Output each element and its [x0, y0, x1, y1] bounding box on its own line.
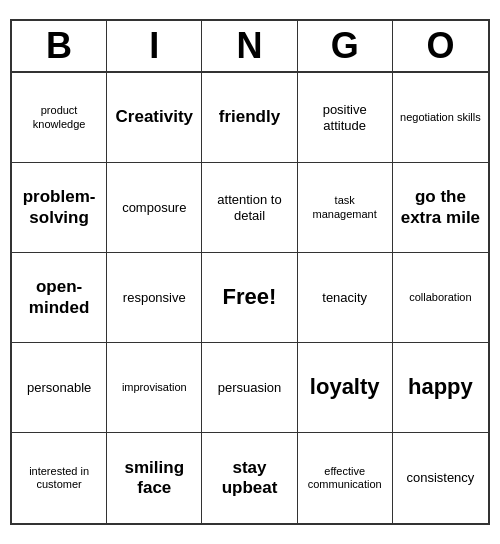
- bingo-letter: I: [107, 21, 202, 71]
- bingo-cell: personable: [12, 343, 107, 433]
- bingo-cell: improvisation: [107, 343, 202, 433]
- bingo-cell: composure: [107, 163, 202, 253]
- bingo-cell: positive attitude: [298, 73, 393, 163]
- bingo-cell: attention to detail: [202, 163, 297, 253]
- bingo-letter: B: [12, 21, 107, 71]
- bingo-cell: negotiation skills: [393, 73, 488, 163]
- bingo-cell: product knowledge: [12, 73, 107, 163]
- bingo-header: BINGO: [12, 21, 488, 73]
- bingo-cell: stay upbeat: [202, 433, 297, 523]
- bingo-cell: collaboration: [393, 253, 488, 343]
- bingo-cell: Free!: [202, 253, 297, 343]
- bingo-cell: consistency: [393, 433, 488, 523]
- bingo-cell: tenacity: [298, 253, 393, 343]
- bingo-cell: responsive: [107, 253, 202, 343]
- bingo-cell: task managemant: [298, 163, 393, 253]
- bingo-cell: happy: [393, 343, 488, 433]
- bingo-cell: friendly: [202, 73, 297, 163]
- bingo-cell: go the extra mile: [393, 163, 488, 253]
- bingo-grid: product knowledgeCreativityfriendlyposit…: [12, 73, 488, 523]
- bingo-letter: O: [393, 21, 488, 71]
- bingo-cell: problem-solving: [12, 163, 107, 253]
- bingo-cell: interested in customer: [12, 433, 107, 523]
- bingo-cell: persuasion: [202, 343, 297, 433]
- bingo-cell: open-minded: [12, 253, 107, 343]
- bingo-letter: G: [298, 21, 393, 71]
- bingo-cell: effective communication: [298, 433, 393, 523]
- bingo-cell: Creativity: [107, 73, 202, 163]
- bingo-cell: smiling face: [107, 433, 202, 523]
- bingo-letter: N: [202, 21, 297, 71]
- bingo-cell: loyalty: [298, 343, 393, 433]
- bingo-card: BINGO product knowledgeCreativityfriendl…: [10, 19, 490, 525]
